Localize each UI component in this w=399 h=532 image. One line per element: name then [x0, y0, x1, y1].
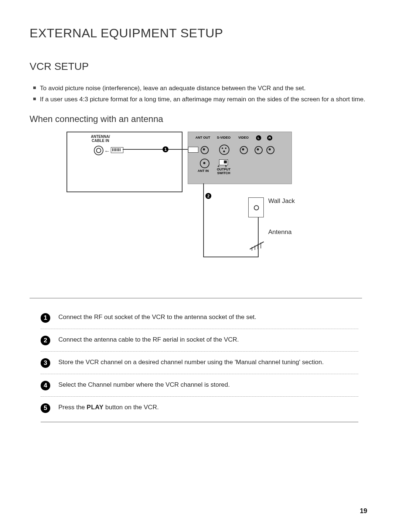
- step-row: 2 Connect the antenna cable to the RF ae…: [41, 329, 358, 351]
- diagram-callout-2: 2: [205, 193, 211, 199]
- wall-jack-label: Wall Jack: [268, 197, 295, 205]
- step-text: Connect the antenna cable to the RF aeri…: [58, 335, 239, 345]
- audio-right-jack-icon: [266, 146, 274, 154]
- ant-out-jack-icon: [201, 146, 209, 154]
- heading-2: VCR SETUP: [30, 61, 369, 72]
- antenna-cable-in-label: ANTENNA/ CABLE IN: [91, 135, 110, 143]
- coax-plug-icon: [111, 147, 123, 153]
- audio-left-jack-icon: [255, 146, 263, 154]
- ant-out-label: ANT OUT: [195, 136, 210, 139]
- cable-line: [203, 257, 259, 257]
- step-text: Press the PLAY button on the VCR.: [58, 403, 159, 412]
- ant-in-label: ANT IN: [198, 169, 209, 173]
- s-video-label: S-VIDEO: [217, 136, 231, 139]
- heading-1: EXTERNAL EQUIPMENT SETUP: [30, 26, 369, 40]
- step-text: Connect the RF out socket of the VCR to …: [58, 312, 256, 322]
- tv-rear-panel: ANTENNA/ CABLE IN ←: [66, 132, 183, 192]
- connection-diagram: ANTENNA/ CABLE IN ← 1 ANT OUT S-VIDEO VI…: [66, 132, 332, 279]
- coax-plug-icon: [188, 147, 198, 153]
- steps-list: 1 Connect the RF out socket of the VCR t…: [41, 306, 358, 422]
- step-text-prefix: Press the: [58, 404, 87, 411]
- diagram-callout-1: 1: [163, 146, 168, 152]
- note-item: To avoid picture noise (interference), l…: [33, 84, 366, 93]
- antenna-in-port-icon: [94, 146, 103, 155]
- antenna-icon: [248, 240, 265, 251]
- cable-line: [203, 183, 204, 257]
- step-row: 3 Store the VCR channel on a desired cha…: [41, 351, 358, 374]
- step-text-suffix: button on the VCR.: [103, 404, 158, 411]
- notes-list: To avoid picture noise (interference), l…: [30, 84, 369, 105]
- video-jack-icon: [240, 146, 248, 154]
- step-number-badge: 2: [41, 336, 50, 345]
- step-row: 1 Connect the RF out socket of the VCR t…: [41, 306, 358, 329]
- note-item: If a user uses 4:3 picture format for a …: [33, 95, 366, 104]
- heading-3: When connecting with an antenna: [30, 114, 369, 124]
- page-number: 19: [360, 507, 367, 515]
- output-switch-label: OUTPUT SWITCH: [217, 167, 231, 175]
- cable-line: [258, 217, 259, 257]
- manual-page: EXTERNAL EQUIPMENT SETUP VCR SETUP To av…: [0, 0, 399, 532]
- vcr-rear-panel: ANT OUT S-VIDEO VIDEO L R 4 3 OUTPUT SWI…: [188, 132, 292, 184]
- step-text: Store the VCR channel on a desired chann…: [58, 358, 324, 367]
- step-number-badge: 4: [41, 381, 50, 390]
- step-number-badge: 1: [41, 313, 50, 323]
- section-divider: [30, 298, 362, 298]
- antenna-label: Antenna: [268, 228, 291, 236]
- audio-right-label: R: [267, 135, 272, 140]
- audio-left-label: L: [256, 135, 261, 140]
- wall-jack-icon: [248, 197, 264, 217]
- s-video-jack-icon: [219, 145, 229, 155]
- ant-in-jack-icon: [200, 159, 209, 168]
- step-number-badge: 5: [41, 403, 50, 413]
- video-label: VIDEO: [238, 136, 249, 139]
- step-text: Select the Channel number where the VCR …: [58, 380, 230, 390]
- arrow-left-icon: ←: [104, 148, 110, 155]
- step-row: 4 Select the Channel number where the VC…: [41, 374, 358, 396]
- step-text-bold: PLAY: [87, 404, 104, 411]
- step-number-badge: 3: [41, 358, 50, 368]
- step-row: 5 Press the PLAY button on the VCR.: [41, 396, 358, 419]
